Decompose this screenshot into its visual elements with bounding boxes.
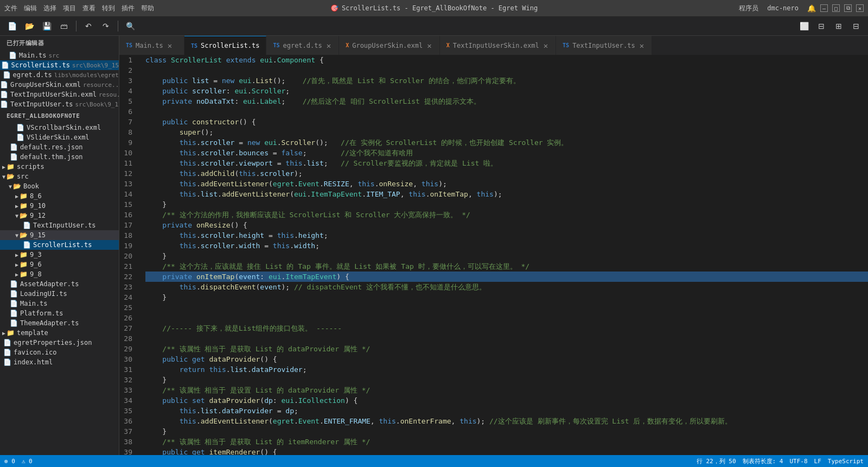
line-ending[interactable]: LF [814,458,821,465]
tree-item-2[interactable]: 📄default.res.json [0,142,119,152]
open-file-1[interactable]: 📄ScrollerList.tssrc\Book\9_15 [0,60,119,70]
menu-edit[interactable]: 编辑 [24,4,37,13]
layout3-button[interactable]: ⊟ [848,18,864,34]
layout2-button[interactable]: ⊞ [831,18,846,34]
toolbar: 📄 📂 💾 🗃 ↶ ↷ 🔍 ⬜ ⊟ ⊞ ⊟ [0,16,868,36]
tree-item-12[interactable]: 📄ScrollerList.ts [0,240,119,250]
menu-project[interactable]: 项目 [63,4,76,13]
tab-GroupUserSkinexml[interactable]: XGroupUserSkin.exml✕ [339,36,440,55]
tree-item-9[interactable]: ▼📂9_12 [0,211,119,220]
file-icon: 📄 [0,91,8,98]
new-file-button[interactable]: 📄 [4,18,20,34]
code-line-3: public list = new eui.List(); //首先，既然是 L… [145,75,868,86]
tree-item-18[interactable]: 📄Main.ts [0,299,119,308]
line-number-1: 1 [124,55,132,65]
open-file-2[interactable]: 📄egret.d.tslibs\modules\egret [0,70,119,80]
tree-item-0[interactable]: 📄VScrollbarSkin.exml [0,123,119,132]
menu-bar[interactable]: 文件 编辑 选择 项目 查看 转到 插件 帮助 [4,4,154,13]
tab-close-icon[interactable]: ✕ [167,41,173,50]
maximize-button[interactable]: □ [832,4,840,12]
open-file-button[interactable]: 📂 [22,18,37,34]
user-name: dmc-nero [767,4,799,12]
code-line-32: } [145,375,868,385]
line-number-25: 25 [124,302,132,313]
warning-count[interactable]: ⚠ 0 [22,458,33,465]
code-line-5: private noDataTxt: eui.Label; //然后这个是 咱们… [145,96,868,106]
tree-item-8[interactable]: ▶📁9_10 [0,201,119,211]
notification-icon[interactable]: 🔔 [807,4,816,12]
tree-item-24[interactable]: 📄index.html [0,357,119,367]
split-editor-button[interactable]: ⬜ [796,18,812,34]
code-area[interactable]: class ScrollerList extends eui.Component… [141,55,868,455]
tab-ScrollerListts[interactable]: TSScrollerList.ts [184,36,266,55]
tab-size[interactable]: 制表符长度: 4 [743,457,783,465]
menu-help[interactable]: 帮助 [141,4,154,13]
menu-view[interactable]: 查看 [82,4,95,13]
tab-Maints[interactable]: TSMain.ts✕ [119,36,184,55]
line-numbers: 1234567891011121314151617181920212223242… [119,55,141,455]
tree-label: 8_6 [30,192,42,200]
language[interactable]: TypeScript [828,458,864,465]
restore-button[interactable]: ⧉ [844,4,852,12]
line-number-17: 17 [124,220,132,230]
window-controls[interactable]: 程序员 dmc-nero 🔔 — □ ⧉ ✕ [739,4,864,13]
tree-item-11[interactable]: ▼📂9_15 [0,230,119,240]
line-number-10: 10 [124,148,132,158]
line-number-36: 36 [124,416,132,426]
tree-item-6[interactable]: ▼📂Book [0,181,119,191]
open-file-4[interactable]: 📄TextInputUserSkin.exmlresou... [0,90,119,99]
tree-item-19[interactable]: 📄Platform.ts [0,308,119,318]
tab-close-icon[interactable]: ✕ [426,41,432,50]
find-button[interactable]: 🔍 [123,18,138,34]
tree-label: AssetAdapter.ts [20,280,79,288]
tree-item-4[interactable]: ▶📁scripts [0,162,119,172]
menu-goto[interactable]: 转到 [102,4,115,13]
menu-plugins[interactable]: 插件 [122,4,135,13]
tree-item-1[interactable]: 📄VSliderSkin.exml [0,132,119,142]
layout-button[interactable]: ⊟ [814,18,829,34]
tree-item-17[interactable]: 📄LoadingUI.ts [0,289,119,299]
redo-button[interactable]: ↷ [98,18,113,34]
tree-item-23[interactable]: 📄favicon.ico [0,348,119,357]
save-button[interactable]: 💾 [39,18,54,34]
tree-item-16[interactable]: 📄AssetAdapter.ts [0,279,119,289]
tree-item-10[interactable]: 📄TextInputUser.ts [0,220,119,230]
editor-content[interactable]: 1234567891011121314151617181920212223242… [119,55,868,455]
code-line-33: /** 该属性 相当于 是设置 List 的 dataProvider 属性 *… [145,385,868,395]
tab-close-icon[interactable]: ✕ [542,41,549,50]
code-line-37: } [145,426,868,437]
tree-item-14[interactable]: ▶📁9_6 [0,260,119,269]
close-button[interactable]: ✕ [856,4,864,12]
tab-egretdts[interactable]: TSegret.d.ts✕ [266,36,339,55]
open-file-3[interactable]: 📄GroupUserSkin.exmlresource... [0,80,119,90]
save-all-button[interactable]: 🗃 [56,18,72,34]
tree-label: default.res.json [20,143,83,151]
tree-label: TextInputUser.ts [33,222,96,229]
tabs-bar: TSMain.ts✕TSScrollerList.tsTSegret.d.ts✕… [119,36,868,55]
tree-item-22[interactable]: 📄egretProperties.json [0,338,119,348]
code-line-29: /** 该属性 相当于 是获取 List 的 dataProvider 属性 *… [145,344,868,354]
tree-item-15[interactable]: ▶📁9_8 [0,269,119,279]
tab-close-icon[interactable]: ✕ [639,41,645,50]
tree-item-20[interactable]: 📄ThemeAdapter.ts [0,318,119,328]
open-file-0[interactable]: 📄Main.tssrc [0,51,119,60]
tree-item-13[interactable]: ▶📁9_3 [0,250,119,260]
undo-button[interactable]: ↶ [81,18,96,34]
tab-TextInputUserts[interactable]: TSTextInputUser.ts✕ [556,36,652,55]
tree-item-3[interactable]: 📄default.thm.json [0,152,119,162]
tree-item-21[interactable]: ▶📁template [0,328,119,338]
minimize-button[interactable]: — [820,4,828,12]
cursor-position[interactable]: 行 22，列 50 [697,457,736,465]
open-file-5[interactable]: 📄TextInputUser.tssrc\Book\9_12 [0,99,119,109]
line-number-14: 14 [124,189,132,199]
tree-item-7[interactable]: ▶📁8_6 [0,191,119,201]
encoding[interactable]: UTF-8 [789,458,807,465]
menu-file[interactable]: 文件 [4,4,17,13]
error-count[interactable]: ⊗ 0 [4,458,15,465]
tree-item-5[interactable]: ▼📂src [0,172,119,181]
menu-select[interactable]: 选择 [43,4,56,13]
file-icon: 📄 [3,71,11,79]
tab-TextInputUserSkinexml[interactable]: XTextInputUserSkin.exml✕ [440,36,556,55]
tab-close-icon[interactable]: ✕ [326,41,332,50]
tree-chevron: ▼ [2,174,5,180]
